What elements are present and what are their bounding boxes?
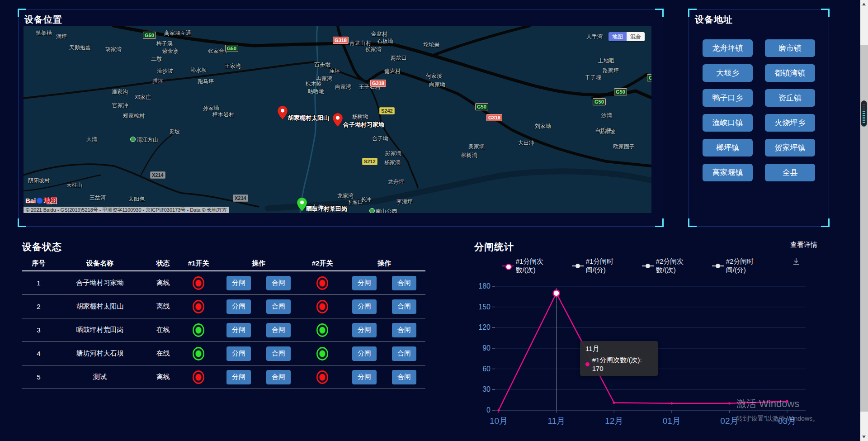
address-button[interactable]: 磨市镇 — [765, 39, 815, 57]
switch2-cell — [302, 347, 343, 360]
map-place-label: 二墩 — [151, 55, 162, 63]
switch1-cell — [181, 323, 216, 337]
open-switch-button[interactable]: 分闸 — [226, 276, 251, 290]
open-switch-button[interactable]: 分闸 — [226, 346, 251, 361]
address-button[interactable]: 火烧坪乡 — [765, 114, 815, 132]
map-place-label: 大湾 — [86, 136, 97, 143]
map-toggle-option-hybrid[interactable]: 混合 — [627, 32, 645, 41]
address-button[interactable]: 全县 — [765, 164, 815, 181]
close-switch-button[interactable]: 合闸 — [266, 276, 291, 290]
switch2-ops: 分闸合闸 — [343, 323, 425, 337]
device-location-panel: 设备位置 笔架槽洞坪天鹅抱蛋胡家湾高家堰互通梅子溪紫金寨二墩流沙坡沁水坝跑马坪膛… — [18, 9, 663, 227]
legend-label: #2分闸时间/(分) — [726, 257, 773, 275]
legend-item[interactable]: #2分闸次数/(次) — [642, 257, 703, 275]
svg-text:12月: 12月 — [605, 416, 623, 426]
map-type-toggle: 地图 混合 — [609, 32, 645, 41]
map-place-label: 流沙坡 — [157, 67, 173, 75]
address-button[interactable]: 榔坪镇 — [703, 139, 753, 156]
open-switch-button[interactable]: 分闸 — [226, 370, 251, 384]
address-button[interactable]: 大堰乡 — [703, 64, 753, 82]
legend-label: #1分闸次数/(次) — [516, 257, 563, 275]
map-pin-green[interactable] — [297, 198, 307, 211]
scrollbar-up-arrow[interactable] — [862, 3, 866, 5]
svg-text:01月: 01月 — [663, 416, 681, 426]
map-pin-label: 晒鼓坪村荒田岗 — [306, 205, 347, 213]
road-badge: G50 — [143, 32, 156, 39]
address-button[interactable]: 贺家坪镇 — [765, 139, 815, 156]
legend-item[interactable]: #1分闸次数/(次) — [502, 257, 563, 275]
baidu-map[interactable]: 笔架槽洞坪天鹅抱蛋胡家湾高家堰互通梅子溪紫金寨二墩流沙坡沁水坝跑马坪膛坪漉家沟邓… — [24, 26, 651, 213]
map-place-label: 向家湾 — [335, 83, 351, 91]
map-place-label: 官家冲 — [112, 102, 128, 109]
close-switch-button[interactable]: 合闸 — [392, 370, 416, 384]
row-index: 4 — [22, 350, 55, 357]
close-switch-button[interactable]: 合闸 — [392, 323, 416, 337]
open-switch-button[interactable]: 分闸 — [226, 323, 251, 337]
svg-text:11月: 11月 — [547, 416, 565, 426]
close-switch-button[interactable]: 合闸 — [392, 299, 416, 314]
park-icon — [369, 208, 375, 213]
close-switch-button[interactable]: 合闸 — [392, 276, 416, 290]
map-place-label: 郑家榨村 — [123, 112, 145, 120]
address-button-grid: 龙舟坪镇磨市镇大堰乡都镇湾镇鸭子口乡资丘镇渔峡口镇火烧坪乡榔坪镇贺家坪镇高家堰镇… — [703, 39, 815, 181]
road-badge: G50 — [593, 98, 606, 105]
view-details-link[interactable]: 查看详情 — [790, 241, 817, 249]
chart-tooltip: 11月 #1分闸次数/(次): 170 — [580, 341, 658, 376]
address-button[interactable]: 鸭子口乡 — [703, 89, 753, 107]
open-switch-button[interactable]: 分闸 — [352, 299, 377, 314]
table-header-cell: #1开关 — [181, 259, 216, 268]
page-scrollbar[interactable] — [860, 0, 868, 441]
switch-indicator-green — [316, 347, 328, 360]
close-switch-button[interactable]: 合闸 — [266, 299, 291, 314]
map-pin-label: 合子坳村习家坳 — [343, 121, 384, 129]
address-button[interactable]: 资丘镇 — [765, 89, 815, 107]
map-pin-red[interactable] — [278, 106, 288, 119]
open-switch-button[interactable]: 分闸 — [352, 276, 377, 290]
switch-indicator-green — [193, 347, 204, 360]
map-place-label: 坨坨岩 — [423, 41, 439, 49]
address-button[interactable]: 渔峡口镇 — [703, 114, 753, 132]
legend-item[interactable]: #1分闸时间/(分) — [572, 257, 633, 275]
close-switch-button[interactable]: 合闸 — [392, 346, 416, 361]
table-header-cell: #2开关 — [302, 259, 343, 268]
open-switch-button[interactable]: 分闸 — [352, 323, 377, 337]
map-place-label: 南山公园 — [369, 208, 397, 213]
open-switch-button[interactable]: 分闸 — [226, 299, 251, 314]
address-button[interactable]: 高家堰镇 — [703, 164, 753, 181]
location-panel-title: 设备位置 — [24, 14, 62, 26]
open-switch-button[interactable]: 分闸 — [352, 370, 377, 384]
open-switch-button[interactable]: 分闸 — [352, 346, 377, 361]
scrollbar-down-arrow[interactable] — [862, 436, 866, 438]
map-place-label: 梅子溪 — [156, 40, 173, 47]
device-name: 胡家棚村太阳山 — [55, 302, 145, 311]
close-switch-button[interactable]: 合闸 — [266, 370, 291, 384]
map-place-label: 庙坪 — [329, 67, 340, 75]
table-row: 4塘坊河村大石坝在线分闸合闸分闸合闸 — [22, 342, 425, 365]
svg-text:90: 90 — [482, 344, 491, 352]
map-pin-red[interactable] — [333, 113, 343, 127]
table-row: 3晒鼓坪村荒田岗在线分闸合闸分闸合闸 — [22, 318, 425, 342]
row-index: 1 — [22, 279, 55, 287]
road-badge: S212 — [362, 158, 377, 165]
map-place-label: 天柱山 — [66, 181, 83, 189]
address-button[interactable]: 都镇湾镇 — [765, 64, 815, 82]
close-switch-button[interactable]: 合闸 — [266, 346, 291, 361]
map-toggle-option-map[interactable]: 地图 — [609, 32, 627, 41]
map-place-label: 清江方山 — [130, 136, 158, 144]
legend-item[interactable]: #2分闸时间/(分) — [712, 257, 773, 275]
table-header-cell: 序号 — [22, 259, 55, 268]
tooltip-series-dot — [585, 362, 590, 366]
download-icon[interactable] — [792, 257, 801, 268]
switch-indicator-red — [193, 300, 204, 313]
baidu-map-word: 地图 — [43, 196, 57, 205]
close-switch-button[interactable]: 合闸 — [266, 323, 291, 337]
switch1-ops: 分闸合闸 — [216, 276, 302, 290]
map-place-label: 邓家庄 — [135, 94, 151, 101]
device-name: 测试 — [55, 373, 145, 381]
address-button[interactable]: 龙舟坪镇 — [703, 39, 753, 57]
legend-marker — [712, 264, 724, 268]
row-index: 2 — [22, 303, 55, 310]
chart-legend: #1分闸次数/(次)#1分闸时间/(分)#2分闸次数/(次)#2分闸时间/(分) — [502, 257, 773, 275]
switch-indicator-red — [193, 276, 204, 290]
switch-indicator-red — [316, 370, 328, 384]
